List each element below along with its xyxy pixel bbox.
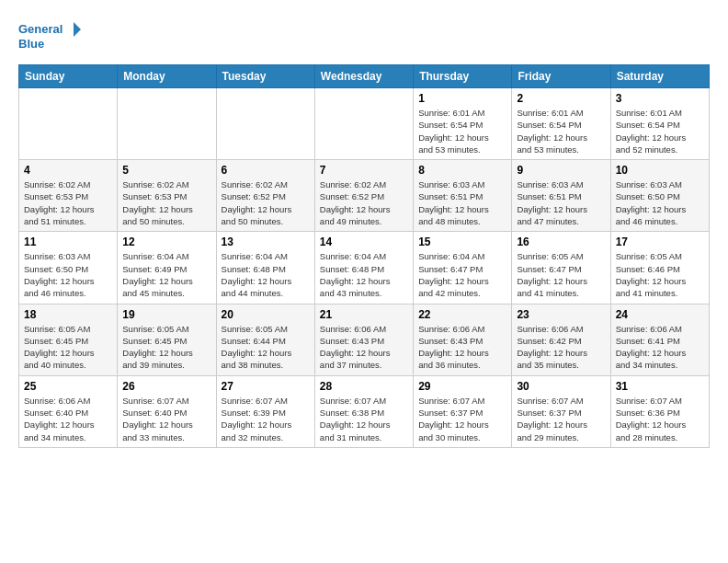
calendar-cell: 15Sunrise: 6:04 AM Sunset: 6:47 PM Dayli… [414, 232, 512, 304]
calendar-table: SundayMondayTuesdayWednesdayThursdayFrid… [18, 64, 710, 448]
day-info: Sunrise: 6:06 AM Sunset: 6:42 PM Dayligh… [517, 323, 605, 372]
calendar-cell [216, 88, 314, 160]
calendar-cell [314, 88, 413, 160]
calendar-cell: 9Sunrise: 6:03 AM Sunset: 6:51 PM Daylig… [512, 160, 610, 232]
day-number: 29 [418, 380, 506, 393]
calendar-cell: 30Sunrise: 6:07 AM Sunset: 6:37 PM Dayli… [512, 375, 610, 447]
day-info: Sunrise: 6:04 AM Sunset: 6:48 PM Dayligh… [222, 250, 310, 299]
day-number: 13 [222, 236, 310, 248]
calendar-week-3: 11Sunrise: 6:03 AM Sunset: 6:50 PM Dayli… [19, 232, 710, 304]
day-info: Sunrise: 6:05 AM Sunset: 6:47 PM Dayligh… [517, 250, 605, 299]
calendar-cell: 21Sunrise: 6:06 AM Sunset: 6:43 PM Dayli… [314, 304, 413, 375]
calendar-cell: 20Sunrise: 6:05 AM Sunset: 6:44 PM Dayli… [216, 304, 314, 375]
calendar-cell: 7Sunrise: 6:02 AM Sunset: 6:52 PM Daylig… [314, 160, 413, 232]
day-info: Sunrise: 6:01 AM Sunset: 6:54 PM Dayligh… [418, 107, 506, 155]
day-number: 7 [320, 164, 408, 177]
calendar-week-1: 1Sunrise: 6:01 AM Sunset: 6:54 PM Daylig… [19, 88, 710, 160]
day-number: 18 [24, 308, 112, 321]
day-info: Sunrise: 6:05 AM Sunset: 6:45 PM Dayligh… [24, 323, 112, 372]
day-info: Sunrise: 6:07 AM Sunset: 6:37 PM Dayligh… [517, 395, 605, 443]
calendar-cell: 17Sunrise: 6:05 AM Sunset: 6:46 PM Dayli… [610, 232, 709, 304]
day-info: Sunrise: 6:06 AM Sunset: 6:43 PM Dayligh… [320, 323, 408, 372]
calendar-cell: 24Sunrise: 6:06 AM Sunset: 6:41 PM Dayli… [610, 304, 709, 375]
day-info: Sunrise: 6:01 AM Sunset: 6:54 PM Dayligh… [517, 107, 605, 155]
day-info: Sunrise: 6:04 AM Sunset: 6:49 PM Dayligh… [122, 250, 210, 299]
svg-marker-2 [74, 22, 81, 37]
calendar-cell: 23Sunrise: 6:06 AM Sunset: 6:42 PM Dayli… [512, 304, 610, 375]
day-number: 27 [222, 380, 310, 393]
day-number: 15 [418, 236, 506, 248]
calendar-cell: 3Sunrise: 6:01 AM Sunset: 6:54 PM Daylig… [610, 88, 709, 160]
day-info: Sunrise: 6:01 AM Sunset: 6:54 PM Dayligh… [616, 107, 704, 155]
calendar-cell: 5Sunrise: 6:02 AM Sunset: 6:53 PM Daylig… [118, 160, 216, 232]
calendar-cell: 14Sunrise: 6:04 AM Sunset: 6:48 PM Dayli… [314, 232, 413, 304]
day-number: 30 [517, 380, 605, 393]
calendar-cell: 18Sunrise: 6:05 AM Sunset: 6:45 PM Dayli… [19, 304, 118, 375]
day-number: 26 [122, 380, 210, 393]
calendar-week-2: 4Sunrise: 6:02 AM Sunset: 6:53 PM Daylig… [19, 160, 710, 232]
day-info: Sunrise: 6:05 AM Sunset: 6:46 PM Dayligh… [616, 250, 704, 299]
day-info: Sunrise: 6:03 AM Sunset: 6:51 PM Dayligh… [418, 178, 506, 227]
day-number: 25 [24, 380, 112, 393]
calendar-cell: 2Sunrise: 6:01 AM Sunset: 6:54 PM Daylig… [512, 88, 610, 160]
day-info: Sunrise: 6:07 AM Sunset: 6:38 PM Dayligh… [320, 395, 408, 443]
day-info: Sunrise: 6:03 AM Sunset: 6:50 PM Dayligh… [616, 178, 704, 227]
weekday-header-monday: Monday [118, 65, 216, 88]
day-number: 9 [517, 164, 605, 177]
day-info: Sunrise: 6:04 AM Sunset: 6:48 PM Dayligh… [320, 250, 408, 299]
day-number: 20 [222, 308, 310, 321]
calendar-cell: 8Sunrise: 6:03 AM Sunset: 6:51 PM Daylig… [414, 160, 512, 232]
day-info: Sunrise: 6:02 AM Sunset: 6:53 PM Dayligh… [122, 178, 210, 227]
calendar-cell: 16Sunrise: 6:05 AM Sunset: 6:47 PM Dayli… [512, 232, 610, 304]
logo-svg: General Blue [18, 18, 83, 55]
weekday-header-wednesday: Wednesday [314, 65, 413, 88]
calendar-cell [19, 88, 118, 160]
day-number: 4 [24, 164, 112, 177]
weekday-header-sunday: Sunday [19, 65, 118, 88]
svg-text:Blue: Blue [18, 37, 44, 51]
day-info: Sunrise: 6:06 AM Sunset: 6:41 PM Dayligh… [616, 323, 704, 372]
calendar-cell: 1Sunrise: 6:01 AM Sunset: 6:54 PM Daylig… [414, 88, 512, 160]
calendar-cell: 26Sunrise: 6:07 AM Sunset: 6:40 PM Dayli… [118, 375, 216, 447]
day-number: 24 [616, 308, 704, 321]
day-number: 19 [122, 308, 210, 321]
svg-text:General: General [18, 22, 63, 36]
calendar-cell: 27Sunrise: 6:07 AM Sunset: 6:39 PM Dayli… [216, 375, 314, 447]
day-number: 31 [616, 380, 704, 393]
day-info: Sunrise: 6:07 AM Sunset: 6:37 PM Dayligh… [418, 395, 506, 443]
day-info: Sunrise: 6:06 AM Sunset: 6:43 PM Dayligh… [418, 323, 506, 372]
calendar-cell: 28Sunrise: 6:07 AM Sunset: 6:38 PM Dayli… [314, 375, 413, 447]
day-number: 21 [320, 308, 408, 321]
day-number: 5 [122, 164, 210, 177]
calendar-cell: 25Sunrise: 6:06 AM Sunset: 6:40 PM Dayli… [19, 375, 118, 447]
day-info: Sunrise: 6:02 AM Sunset: 6:52 PM Dayligh… [222, 178, 310, 227]
calendar-week-5: 25Sunrise: 6:06 AM Sunset: 6:40 PM Dayli… [19, 375, 710, 447]
calendar-cell: 31Sunrise: 6:07 AM Sunset: 6:36 PM Dayli… [610, 375, 709, 447]
day-info: Sunrise: 6:03 AM Sunset: 6:51 PM Dayligh… [517, 178, 605, 227]
day-number: 22 [418, 308, 506, 321]
day-number: 8 [418, 164, 506, 177]
calendar-cell: 12Sunrise: 6:04 AM Sunset: 6:49 PM Dayli… [118, 232, 216, 304]
day-info: Sunrise: 6:07 AM Sunset: 6:40 PM Dayligh… [122, 395, 210, 443]
calendar-cell: 4Sunrise: 6:02 AM Sunset: 6:53 PM Daylig… [19, 160, 118, 232]
calendar-cell: 11Sunrise: 6:03 AM Sunset: 6:50 PM Dayli… [19, 232, 118, 304]
day-number: 28 [320, 380, 408, 393]
calendar-cell: 19Sunrise: 6:05 AM Sunset: 6:45 PM Dayli… [118, 304, 216, 375]
calendar-cell: 13Sunrise: 6:04 AM Sunset: 6:48 PM Dayli… [216, 232, 314, 304]
calendar-cell [118, 88, 216, 160]
day-number: 10 [616, 164, 704, 177]
day-number: 11 [24, 236, 112, 248]
day-info: Sunrise: 6:05 AM Sunset: 6:45 PM Dayligh… [122, 323, 210, 372]
day-number: 12 [122, 236, 210, 248]
day-number: 23 [517, 308, 605, 321]
day-info: Sunrise: 6:05 AM Sunset: 6:44 PM Dayligh… [222, 323, 310, 372]
calendar-cell: 29Sunrise: 6:07 AM Sunset: 6:37 PM Dayli… [414, 375, 512, 447]
weekday-header-thursday: Thursday [414, 65, 512, 88]
day-number: 6 [222, 164, 310, 177]
day-number: 1 [418, 92, 506, 105]
day-number: 2 [517, 92, 605, 105]
calendar-cell: 10Sunrise: 6:03 AM Sunset: 6:50 PM Dayli… [610, 160, 709, 232]
weekday-header-friday: Friday [512, 65, 610, 88]
page-header: General Blue [18, 18, 710, 55]
day-info: Sunrise: 6:06 AM Sunset: 6:40 PM Dayligh… [24, 395, 112, 443]
